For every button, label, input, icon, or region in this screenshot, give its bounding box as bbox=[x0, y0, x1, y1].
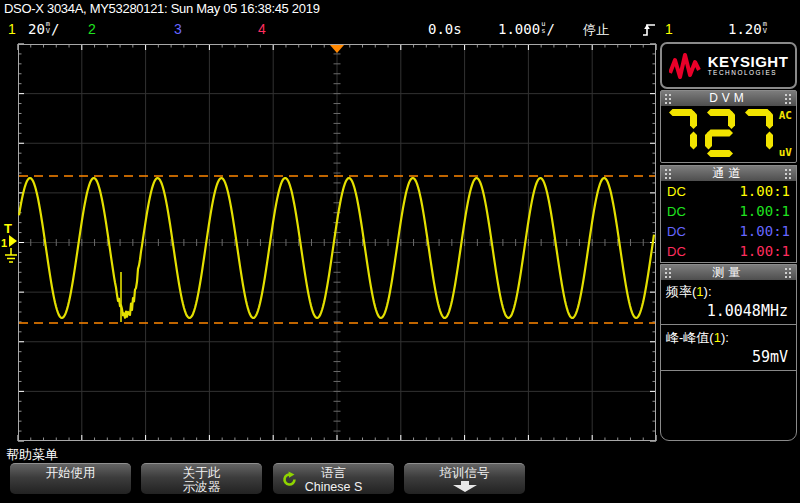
channel-1-scale[interactable]: 20mV/ bbox=[28, 21, 60, 37]
horizontal-delay[interactable]: 0.0s bbox=[428, 21, 462, 37]
softkey-language[interactable]: 语言 Chinese S bbox=[273, 463, 394, 494]
softkey-getting-started[interactable]: 开始使用 bbox=[10, 463, 131, 494]
edge-trigger-icon bbox=[642, 22, 656, 37]
brand-text: KEYSIGHT TECHNOLOGIES bbox=[708, 54, 789, 77]
softkey-training-signals[interactable]: 培训信号 bbox=[404, 463, 525, 494]
trigger-source[interactable]: 1 bbox=[665, 21, 673, 37]
keysight-spark-icon bbox=[669, 53, 703, 79]
dvm-unit: uV bbox=[779, 146, 792, 159]
dvm-seven-segment-digits bbox=[667, 109, 779, 165]
channel-1-reference-label: 1 bbox=[1, 237, 7, 249]
measurement-1-label: 频率(1): bbox=[661, 280, 796, 301]
run-state[interactable]: 停止 bbox=[583, 21, 609, 39]
status-bar: 1 20mV/ 2 3 4 0.0s 1.000us/ 停止 1 1.20mV bbox=[0, 17, 800, 43]
grip-dots-icon bbox=[784, 93, 793, 104]
dvm-panel: DVM AC uV bbox=[660, 90, 797, 163]
channel-3-row: DC1.00:1 bbox=[661, 221, 796, 241]
channel-4-row: DC1.00:1 bbox=[661, 241, 796, 261]
dvm-coupling: AC bbox=[779, 109, 792, 122]
dvm-panel-header[interactable]: DVM bbox=[661, 91, 796, 106]
channel-2-badge[interactable]: 2 bbox=[88, 21, 96, 37]
trigger-level[interactable]: 1.20mV bbox=[728, 21, 768, 37]
grip-dots-icon bbox=[784, 168, 793, 179]
channel-2-row: DC1.00:1 bbox=[661, 201, 796, 221]
channel-3-badge[interactable]: 3 bbox=[174, 21, 182, 37]
measurement-2-label: 峰-峰值(1): bbox=[661, 326, 796, 347]
channel-4-badge[interactable]: 4 bbox=[258, 21, 266, 37]
grip-dots-icon bbox=[664, 93, 673, 104]
graticule-grid bbox=[18, 44, 656, 441]
oscilloscope-screen: DSO-X 3034A, MY53280121: Sun May 05 16:3… bbox=[0, 0, 800, 503]
channels-panel: 通道 DC1.00:1 DC1.00:1 DC1.00:1 DC1.00:1 bbox=[660, 165, 797, 263]
measurement-1-value: 1.0048MHz bbox=[661, 301, 796, 320]
unit-stack: mV bbox=[46, 21, 50, 35]
grip-dots-icon bbox=[664, 267, 673, 278]
timebase-readout[interactable]: 1.000us/ bbox=[498, 21, 555, 37]
divider bbox=[661, 370, 796, 371]
channel-1-row: DC1.00:1 bbox=[661, 181, 796, 201]
title-bar: DSO-X 3034A, MY53280121: Sun May 05 16:3… bbox=[4, 1, 320, 16]
unit-stack: us bbox=[541, 21, 545, 35]
channels-panel-header[interactable]: 通道 bbox=[661, 166, 796, 181]
trigger-position-marker[interactable] bbox=[330, 45, 344, 53]
cycle-arrow-icon bbox=[281, 471, 298, 488]
channel-1-reference-marker[interactable] bbox=[9, 235, 17, 247]
keysight-logo: KEYSIGHT TECHNOLOGIES bbox=[660, 42, 797, 89]
softkey-about-oscilloscope[interactable]: 关于此 示波器 bbox=[141, 463, 262, 494]
measurements-panel: 测量 频率(1): 1.0048MHz 峰-峰值(1): 59mV bbox=[660, 264, 797, 441]
unit-stack: mV bbox=[763, 21, 767, 35]
measurements-panel-header[interactable]: 测量 bbox=[661, 265, 796, 280]
menu-title: 帮助菜单 bbox=[6, 446, 58, 464]
grip-dots-icon bbox=[664, 168, 673, 179]
channel-1-waveform bbox=[19, 178, 654, 318]
dvm-readout: AC uV bbox=[661, 106, 796, 162]
channel-1-badge[interactable]: 1 bbox=[8, 21, 16, 37]
divider bbox=[661, 324, 796, 325]
grip-dots-icon bbox=[784, 267, 793, 278]
down-arrow-icon bbox=[453, 481, 477, 492]
trigger-level-marker[interactable]: T bbox=[4, 221, 12, 236]
measurement-2-value: 59mV bbox=[661, 347, 796, 366]
ground-symbol-icon bbox=[5, 248, 17, 262]
